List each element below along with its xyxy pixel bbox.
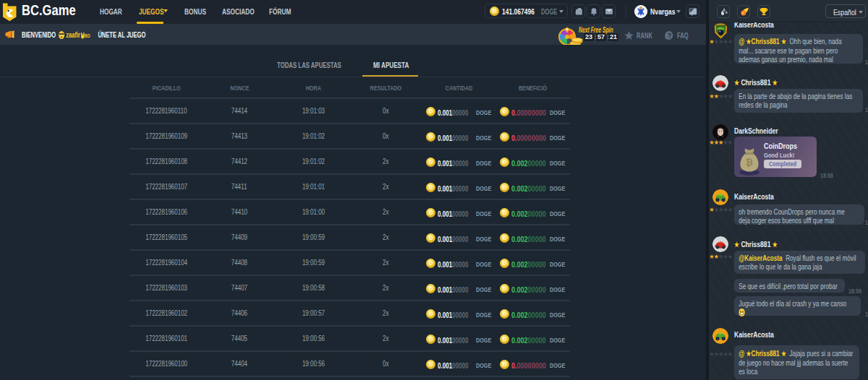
svg-text:₿: ₿ bbox=[746, 157, 753, 168]
svg-text:?: ? bbox=[668, 32, 671, 39]
